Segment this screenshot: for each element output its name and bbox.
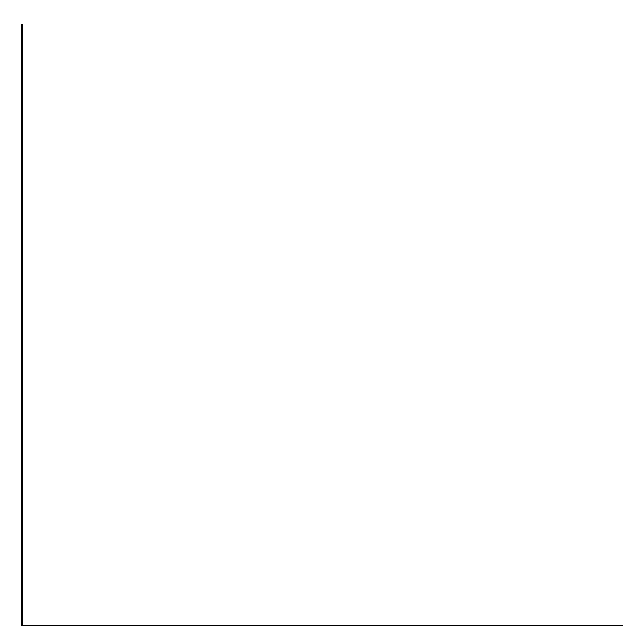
background-gradient <box>23 24 623 625</box>
chart-container <box>0 0 644 644</box>
plot-area <box>21 24 623 626</box>
